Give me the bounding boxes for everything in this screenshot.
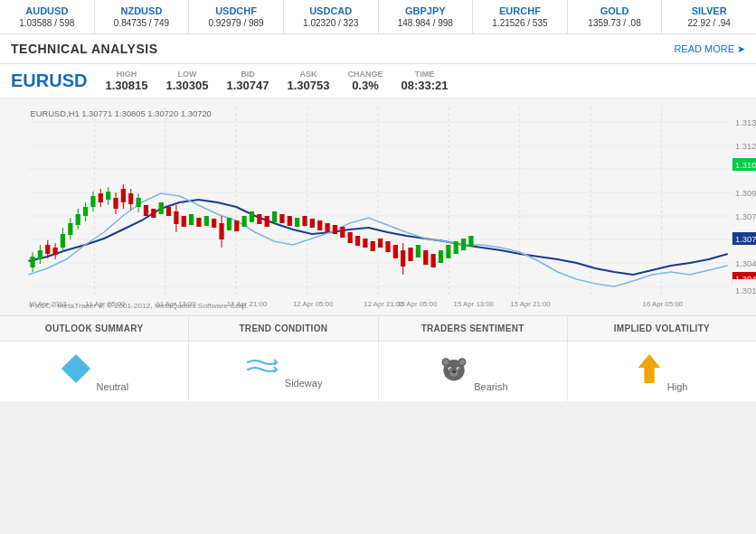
svg-point-152: [458, 369, 459, 370]
chart-header: EURUSD HIGH 1.30815 LOW 1.30305 BID 1.30…: [0, 64, 756, 98]
ticker-item-audusd[interactable]: AUDUSD1.03588 / 598: [0, 0, 95, 33]
svg-text:1.30490: 1.30490: [735, 259, 756, 268]
svg-rect-57: [128, 193, 133, 204]
svg-rect-111: [461, 239, 466, 250]
svg-text:1.30940: 1.30940: [735, 189, 756, 198]
svg-rect-94: [348, 232, 353, 243]
chart-stats: HIGH 1.30815 LOW 1.30305 BID 1.30747 ASK…: [105, 70, 448, 92]
svg-text:11 Apr 05:00: 11 Apr 05:00: [85, 300, 125, 308]
svg-rect-48: [106, 192, 110, 200]
svg-rect-97: [371, 241, 375, 251]
svg-text:12 Apr 05:00: 12 Apr 05:00: [293, 300, 333, 308]
analysis-col-outlook: OUTLOOK SUMMARY: [0, 316, 189, 341]
svg-rect-90: [317, 220, 322, 230]
trend-label: Sideway: [285, 378, 323, 389]
svg-rect-65: [159, 202, 164, 214]
section-header: TECHNICAL ANALYSIS READ MORE➤: [0, 34, 756, 64]
ticker-item-gbpjpy[interactable]: GBPJPY148.984 / 998: [379, 0, 474, 33]
svg-rect-79: [234, 220, 239, 231]
svg-rect-70: [182, 216, 186, 227]
read-more-link[interactable]: READ MORE➤: [674, 43, 745, 55]
svg-rect-92: [333, 225, 337, 234]
svg-rect-84: [272, 211, 277, 222]
sentiment-label: Bearish: [474, 381, 507, 392]
svg-text:16 Apr 05:00: 16 Apr 05:00: [643, 300, 683, 308]
svg-rect-82: [257, 214, 261, 224]
ticker-item-nzdusd[interactable]: NZDUSD0.84735 / 749: [95, 0, 190, 33]
svg-rect-60: [136, 198, 140, 207]
svg-rect-108: [439, 250, 443, 263]
analysis-col-sentiment: TRADERS SENTIMENT: [379, 316, 568, 341]
diamond-icon: [60, 352, 92, 385]
svg-rect-85: [279, 214, 284, 223]
svg-text:1.30720: 1.30720: [735, 235, 756, 244]
svg-text:EURUSD,H1  1.30771  1.30805  1: EURUSD,H1 1.30771 1.30805 1.30720 1.3072…: [30, 109, 211, 118]
svg-rect-83: [265, 216, 269, 227]
svg-rect-45: [99, 193, 103, 202]
svg-rect-64: [151, 209, 156, 218]
chart-symbol: EURUSD: [11, 70, 87, 91]
svg-rect-71: [189, 214, 194, 225]
svg-text:1.31240: 1.31240: [735, 142, 756, 151]
arrow-up-icon: [636, 352, 663, 385]
svg-rect-54: [121, 189, 126, 202]
svg-rect-93: [340, 227, 345, 238]
analysis-col-volatility: IMPLIED VOLATILITY: [568, 316, 756, 341]
ticker-item-gold[interactable]: GOLD1359.73 / .08: [568, 0, 663, 33]
analysis-indicators: Neutral Sideway: [0, 342, 756, 401]
ticker-item-eurchf[interactable]: EURCHF1.21526 / 535: [473, 0, 568, 33]
svg-text:15 Apr 21:00: 15 Apr 21:00: [510, 300, 550, 308]
ticker-bar: AUDUSD1.03588 / 598NZDUSD0.84735 / 749US…: [0, 0, 756, 34]
svg-rect-112: [468, 236, 473, 247]
ticker-item-usdcad[interactable]: USDCAD1.02320 / 323: [284, 0, 379, 33]
svg-rect-21: [38, 250, 43, 259]
svg-rect-100: [393, 245, 398, 258]
svg-rect-75: [219, 223, 223, 239]
chart-container: 1.31390 1.31240 1.31087 1.30940 1.30790 …: [0, 98, 756, 315]
svg-rect-73: [204, 216, 209, 226]
svg-rect-88: [302, 216, 307, 226]
svg-rect-74: [212, 219, 216, 228]
stat-high: HIGH 1.30815: [105, 70, 147, 92]
analysis-headers: OUTLOOK SUMMARY TREND CONDITION TRADERS …: [0, 316, 756, 342]
svg-rect-66: [166, 207, 171, 216]
svg-rect-81: [250, 211, 254, 222]
svg-text:1.31390: 1.31390: [735, 118, 756, 127]
svg-point-154: [452, 370, 457, 373]
svg-point-147: [443, 360, 448, 364]
svg-rect-67: [174, 211, 178, 224]
svg-rect-89: [310, 219, 315, 228]
svg-rect-18: [30, 257, 34, 267]
svg-rect-63: [144, 205, 148, 216]
stat-time: TIME 08:33:21: [401, 70, 448, 92]
svg-rect-51: [113, 198, 118, 209]
svg-text:15 Apr 05:00: 15 Apr 05:00: [397, 300, 437, 308]
svg-text:1.30190: 1.30190: [735, 286, 756, 295]
svg-rect-39: [83, 207, 88, 216]
svg-rect-107: [431, 254, 436, 267]
svg-rect-24: [45, 245, 50, 254]
svg-rect-106: [423, 250, 428, 265]
analysis-col-trend: TREND CONDITION: [189, 316, 378, 341]
ticker-item-silver[interactable]: SILVER22.92 / .94: [662, 0, 756, 33]
svg-text:15 Apr 13:00: 15 Apr 13:00: [454, 300, 494, 308]
svg-text:1.30790: 1.30790: [735, 212, 756, 221]
svg-rect-87: [295, 218, 299, 227]
svg-rect-105: [416, 245, 421, 258]
svg-text:10 Apr 2013: 10 Apr 2013: [28, 300, 66, 308]
ticker-item-usdchf[interactable]: USDCHF0.92979 / 989: [189, 0, 284, 33]
svg-text:11 Apr 21:00: 11 Apr 21:00: [227, 300, 267, 308]
svg-point-151: [449, 369, 451, 370]
indicator-sentiment: Bearish: [379, 342, 568, 401]
svg-rect-33: [68, 223, 72, 235]
svg-rect-78: [227, 218, 232, 230]
svg-rect-96: [363, 239, 367, 248]
svg-rect-42: [90, 196, 95, 207]
stat-ask: ASK 1.30753: [287, 70, 329, 92]
svg-marker-155: [638, 354, 661, 383]
sideway-icon: [244, 352, 280, 379]
svg-marker-143: [61, 354, 90, 383]
svg-point-148: [459, 360, 464, 364]
svg-text:11 Apr 13:00: 11 Apr 13:00: [156, 300, 195, 308]
chart-svg: 1.31390 1.31240 1.31087 1.30940 1.30790 …: [0, 98, 756, 315]
